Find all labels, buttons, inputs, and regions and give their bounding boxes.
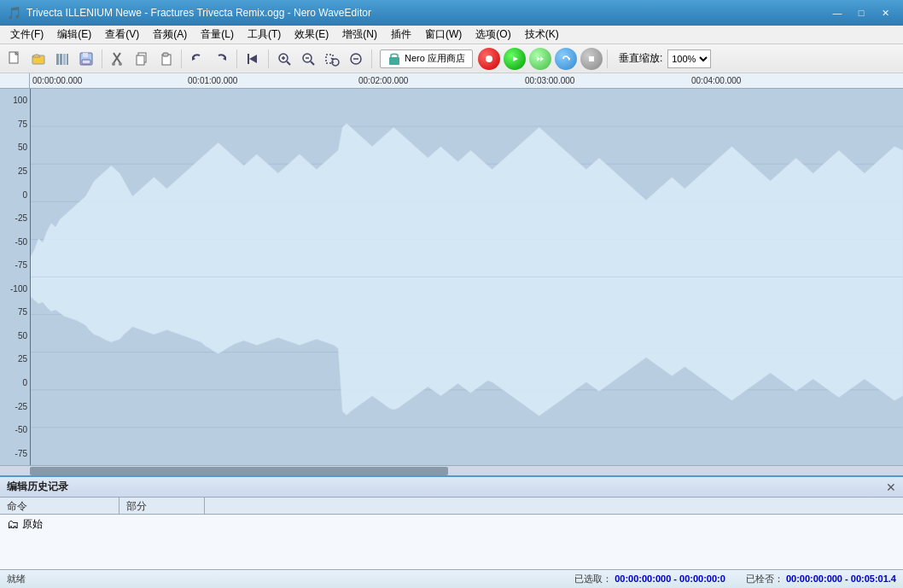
history-close-button[interactable]: ✕ (886, 480, 896, 494)
minimize-button[interactable]: — (826, 4, 848, 21)
y-label-25b: 25 (0, 354, 30, 364)
menu-edit[interactable]: 编辑(E) (50, 26, 98, 44)
cut-button[interactable] (107, 48, 129, 70)
maximize-button[interactable]: □ (850, 4, 872, 21)
svg-marker-36 (513, 56, 518, 61)
y-label-n25-top: -25 (0, 213, 30, 223)
new-button[interactable] (3, 48, 26, 70)
record-button[interactable] (478, 48, 500, 70)
y-label-50: 50 (0, 143, 30, 152)
y-label-50b: 50 (0, 331, 30, 341)
waveform-display[interactable] (30, 89, 903, 465)
library-button[interactable] (51, 48, 73, 70)
separator-1 (102, 49, 102, 68)
history-panel: 编辑历史记录 ✕ 命令 部分 🗂 原始 (0, 475, 903, 569)
menu-window[interactable]: 窗口(W) (418, 26, 469, 44)
svg-point-35 (486, 55, 492, 62)
vertical-zoom-label: 垂直缩放: (619, 51, 662, 66)
history-row-original[interactable]: 🗂 原始 (0, 515, 903, 533)
menu-file[interactable]: 文件(F) (3, 26, 50, 44)
go-begin-button[interactable] (242, 48, 264, 70)
svg-marker-38 (540, 56, 544, 61)
save-button[interactable] (75, 48, 97, 70)
y-label-n50-top: -50 (0, 237, 30, 247)
menu-view[interactable]: 查看(V) (98, 26, 146, 44)
menu-bar: 文件(F) 编辑(E) 查看(V) 音频(A) 音量(L) 工具(T) 效果(E… (0, 26, 903, 44)
status-selection: 已选取： 00:00:00:000 - 00:00:00:0 (574, 573, 725, 585)
menu-volume[interactable]: 音量(L) (194, 26, 241, 44)
horizontal-scrollbar[interactable] (0, 465, 903, 475)
waveform-container[interactable]: 00:00:00.000 00:01:00.000 00:02:00.000 0… (0, 73, 903, 465)
svg-rect-5 (63, 54, 66, 65)
separator-5 (371, 49, 372, 68)
svg-rect-6 (67, 54, 68, 65)
selection-label: 已选取： (574, 573, 612, 584)
svg-marker-37 (537, 56, 540, 61)
y-label-n50b: -50 (0, 425, 30, 434)
history-header: 编辑历史记录 ✕ (0, 477, 903, 498)
timeline-ruler: 00:00:00.000 00:01:00.000 00:02:00.000 0… (0, 73, 903, 89)
history-title: 编辑历史记录 (7, 480, 68, 494)
menu-tech[interactable]: 技术(K) (518, 26, 566, 44)
y-axis: 100 75 50 25 0 -25 -50 -75 -100 75 50 25… (0, 89, 30, 465)
svg-rect-8 (83, 53, 88, 57)
toolbar: Nero 应用商店 垂直缩放: 100% 25% 50% 75% 150% 20… (0, 44, 903, 73)
scrollbar-thumb[interactable] (30, 467, 448, 475)
history-items-list: 🗂 原始 (0, 515, 903, 569)
play-fast-button[interactable] (529, 48, 551, 70)
menu-audio[interactable]: 音频(A) (146, 26, 194, 44)
app-icon: 🎵 (7, 6, 21, 20)
nero-store-label: Nero 应用商店 (405, 52, 465, 65)
zoom-out-button[interactable] (297, 48, 319, 70)
menu-tools[interactable]: 工具(T) (241, 26, 288, 44)
svg-rect-17 (163, 53, 168, 56)
zoom-all-button[interactable] (345, 48, 367, 70)
history-columns: 命令 部分 (0, 498, 903, 515)
menu-plugins[interactable]: 插件 (384, 26, 418, 44)
nero-store-button[interactable]: Nero 应用商店 (380, 49, 473, 68)
svg-line-27 (311, 61, 314, 65)
close-button[interactable]: ✕ (874, 4, 896, 21)
play-button[interactable] (504, 48, 526, 70)
svg-rect-4 (60, 54, 62, 65)
menu-enhance[interactable]: 增强(N) (335, 26, 384, 44)
svg-point-12 (112, 62, 115, 66)
separator-2 (181, 49, 182, 68)
history-col-part: 部分 (119, 498, 205, 514)
redo-button[interactable] (210, 48, 232, 70)
loop-button[interactable] (555, 48, 577, 70)
clipboard-end: - 00:05:01.4 (845, 573, 896, 584)
status-ready: 就绪 (7, 573, 26, 584)
time-mark-3: 00:03:00.000 (525, 76, 574, 85)
folder-open-icon: 🗂 (7, 517, 19, 531)
open-button[interactable] (27, 48, 50, 70)
stop-button[interactable] (580, 48, 603, 70)
time-mark-4: 00:04:00.000 (691, 76, 741, 85)
separator-6 (607, 49, 608, 68)
svg-rect-3 (56, 54, 59, 65)
copy-button[interactable] (131, 48, 153, 70)
zoom-selection-button[interactable] (321, 48, 343, 70)
y-label-75b: 75 (0, 307, 30, 317)
svg-marker-39 (568, 57, 570, 61)
y-label-75: 75 (0, 119, 30, 129)
selection-end: - 00:00:00:0 (673, 573, 725, 584)
paste-button[interactable] (154, 48, 177, 70)
zoom-select[interactable]: 100% 25% 50% 75% 150% 200% (667, 49, 711, 68)
y-label-0-top: 0 (0, 190, 30, 200)
y-label-n75-top: -75 (0, 260, 30, 270)
history-body: 命令 部分 🗂 原始 (0, 498, 903, 569)
history-cell-command: 🗂 原始 (3, 517, 119, 532)
menu-effects[interactable]: 效果(E) (288, 26, 335, 44)
history-col-command: 命令 (0, 498, 119, 514)
menu-options[interactable]: 选项(O) (469, 26, 517, 44)
svg-marker-21 (249, 55, 257, 63)
y-label-n75b: -75 (0, 449, 30, 458)
zoom-in-button[interactable] (273, 48, 295, 70)
y-label-0b: 0 (0, 378, 30, 387)
y-label-n25b: -25 (0, 402, 30, 411)
time-mark-0: 00:00:00.000 (32, 76, 82, 85)
undo-button[interactable] (186, 48, 208, 70)
svg-rect-40 (589, 56, 594, 61)
separator-4 (268, 49, 269, 68)
